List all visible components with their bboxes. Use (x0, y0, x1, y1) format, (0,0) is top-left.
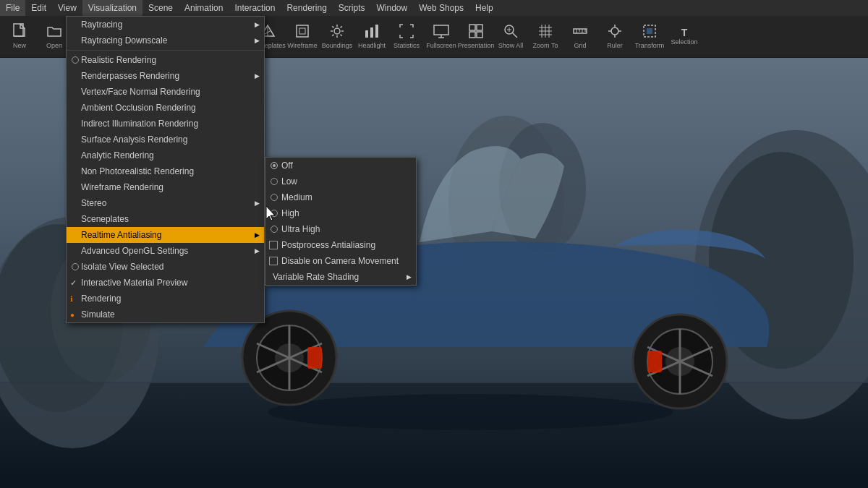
svg-rect-28 (434, 25, 448, 35)
menu-item-rendering[interactable]: Rendering (67, 291, 264, 307)
menu-item-sceneplates[interactable]: Sceneplates (67, 211, 264, 227)
toolbar-headlight[interactable]: Boundings (320, 19, 354, 55)
submenu-item-low[interactable]: Low (265, 174, 416, 189)
toolbar-transform[interactable]: Ruler (598, 19, 631, 55)
submenu-item-disable-camera[interactable]: Disable on Camera Movement (265, 253, 416, 269)
toolbar-new-label: New (13, 43, 26, 50)
toolbar-selection-label: Transform (635, 43, 665, 50)
menu-item-surface-analysis[interactable]: Surface Analysis Rendering (67, 132, 264, 147)
toolbar-statistics[interactable]: Headlight (355, 19, 388, 55)
transform-icon (607, 23, 623, 41)
menu-item-indirect-illumination[interactable]: Indirect Illumination Rendering (67, 116, 264, 132)
menu-scripts[interactable]: Scripts (333, 0, 371, 16)
toolbar-tex[interactable]: T Selection (668, 19, 701, 55)
menu-rendering[interactable]: Rendering (281, 0, 332, 16)
menu-webshops[interactable]: Web Shops (413, 0, 469, 16)
open-icon (46, 23, 62, 41)
toolbar-ruler-label: Grid (574, 43, 586, 50)
toolbar-boundings[interactable]: Wireframe (286, 19, 319, 55)
svg-rect-26 (370, 27, 373, 38)
zoomto-icon (503, 23, 519, 41)
showall-icon (468, 23, 484, 41)
svg-line-22 (341, 35, 342, 36)
menu-item-realistic-rendering[interactable]: Realistic Rendering (67, 52, 264, 68)
svg-rect-31 (469, 25, 475, 30)
statistics-icon (364, 23, 380, 41)
menu-item-interactive-material[interactable]: Interactive Material Preview (67, 275, 264, 291)
ruler-icon (572, 23, 588, 41)
menu-item-renderpasses[interactable]: Renderpasses Rendering (67, 68, 264, 84)
presentation-icon (433, 23, 449, 41)
menu-item-advanced-opengl[interactable]: Advanced OpenGL Settings (67, 243, 264, 259)
toolbar-ruler[interactable]: Grid (563, 19, 597, 55)
new-icon (12, 23, 27, 41)
menu-item-ambient-occlusion[interactable]: Ambient Occlusion Rendering (67, 100, 264, 116)
menu-item-raytracing-downscale[interactable]: Raytracing Downscale (67, 33, 264, 48)
menu-animation[interactable]: Animation (179, 0, 229, 16)
menu-item-realtime-antialiasing[interactable]: Realtime Antialiasing (67, 227, 264, 243)
toolbar-boundings-label: Wireframe (287, 43, 318, 50)
toolbar-presentation[interactable]: Fullscreen (425, 19, 458, 55)
submenu-item-medium[interactable]: Medium (265, 189, 416, 205)
svg-rect-66 (0, 382, 868, 383)
submenu-item-off[interactable]: Off (265, 158, 416, 174)
toolbar-open-label: Open (46, 43, 62, 50)
fullscreen-icon (399, 23, 414, 41)
menu-item-raytracing[interactable]: Raytracing (67, 17, 264, 33)
svg-rect-81 (647, 351, 662, 372)
menu-interaction[interactable]: Interaction (229, 0, 281, 16)
svg-line-23 (341, 26, 342, 27)
toolbar-headlight-label: Boundings (322, 43, 353, 50)
svg-line-24 (332, 35, 333, 36)
menu-item-simulate[interactable]: Simulate (67, 307, 264, 322)
menu-help[interactable]: Help (469, 0, 499, 16)
menu-bar: File Edit View Visualization Scene Anima… (0, 0, 868, 16)
svg-point-67 (268, 394, 673, 430)
menu-edit[interactable]: Edit (25, 0, 52, 16)
menu-file[interactable]: File (0, 0, 25, 16)
menu-item-isolate-view[interactable]: Isolate View Selected (67, 259, 264, 275)
svg-line-36 (512, 33, 517, 38)
toolbar-grid[interactable]: Zoom To (529, 19, 562, 55)
svg-rect-27 (375, 25, 378, 38)
toolbar-transform-label: Ruler (607, 43, 623, 50)
toolbar-selection[interactable]: Transform (633, 19, 666, 55)
toolbar-tex-label: Selection (671, 39, 697, 46)
svg-line-21 (332, 26, 333, 27)
toolbar-grid-label: Zoom To (533, 43, 558, 50)
selection-icon (642, 23, 658, 41)
visualization-dropdown: Raytracing Raytracing Downscale Realisti… (66, 16, 265, 323)
svg-point-16 (334, 28, 340, 34)
menu-item-non-photorealistic[interactable]: Non Photorealistic Rendering (67, 163, 264, 179)
svg-rect-32 (477, 25, 482, 30)
toolbar-zoomto[interactable]: Show All (494, 19, 527, 55)
svg-rect-74 (307, 347, 322, 369)
submenu-item-ultra-high[interactable]: Ultra High (265, 221, 416, 237)
menu-item-vertex-normal[interactable]: Vertex/Face Normal Rendering (67, 84, 264, 100)
toolbar-new[interactable]: New (3, 19, 36, 55)
submenu-item-variable-rate[interactable]: Variable Rate Shading (265, 269, 416, 285)
visualization-menu: Raytracing Raytracing Downscale Realisti… (66, 16, 265, 323)
svg-rect-34 (477, 32, 482, 38)
svg-rect-15 (299, 28, 305, 34)
svg-rect-25 (365, 30, 368, 38)
toolbar-fullscreen[interactable]: Statistics (390, 19, 423, 55)
submenu-item-high[interactable]: High (265, 205, 416, 221)
submenu-item-postprocess[interactable]: Postprocess Antialiasing (265, 237, 416, 253)
menu-item-wireframe-rendering[interactable]: Wireframe Rendering (67, 179, 264, 195)
menu-separator-1 (67, 50, 264, 51)
menu-view[interactable]: View (52, 0, 82, 16)
boundings-icon (294, 23, 310, 41)
tex-icon: T (681, 27, 688, 38)
menu-item-stereo[interactable]: Stereo (67, 195, 264, 211)
grid-icon (537, 23, 553, 41)
menu-window[interactable]: Window (371, 0, 414, 16)
menu-item-analytic-rendering[interactable]: Analytic Rendering (67, 147, 264, 163)
headlight-icon (329, 23, 345, 41)
antialiasing-submenu: Off Low Medium High Ultra High Postproce… (265, 157, 417, 286)
toolbar-showall[interactable]: Presentation (459, 19, 493, 55)
menu-scene[interactable]: Scene (142, 0, 179, 16)
menu-visualization[interactable]: Visualization (82, 0, 142, 16)
toolbar-showall-label: Presentation (458, 43, 495, 50)
toolbar-statistics-label: Headlight (358, 43, 386, 50)
